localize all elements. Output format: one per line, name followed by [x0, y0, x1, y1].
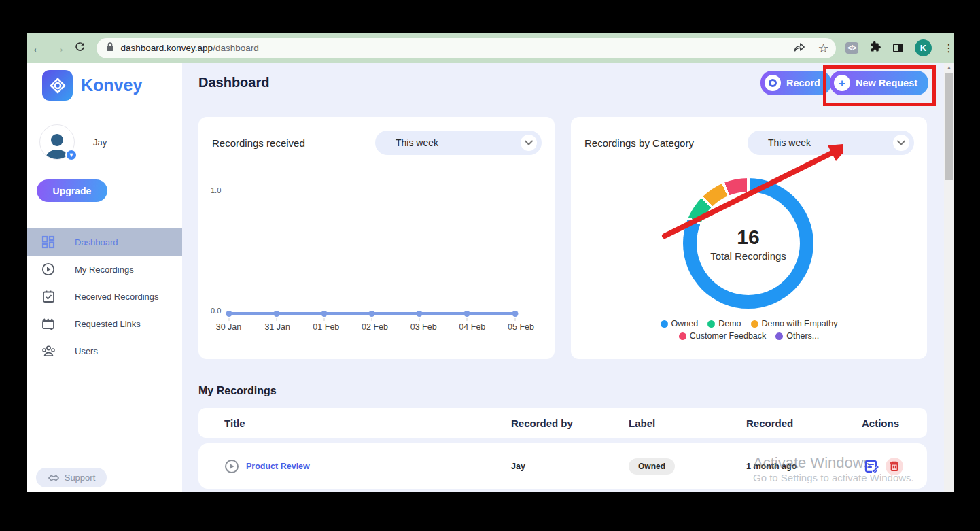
refresh-button[interactable] — [69, 41, 90, 56]
support-label: Support — [65, 473, 96, 483]
data-point — [273, 311, 279, 317]
x-axis-tick — [228, 318, 229, 321]
total-recordings-label: Total Recordings — [710, 250, 786, 262]
konvey-logo-icon — [42, 70, 73, 101]
app-viewport: Konvey ▼ Jay Upgrade — [27, 63, 944, 492]
sidebar-item-users[interactable]: Users — [27, 337, 182, 364]
user-chevron-badge[interactable]: ▼ — [65, 149, 77, 161]
record-button[interactable]: Record — [760, 71, 831, 95]
dashboard-grid-icon — [41, 235, 56, 249]
legend-dot — [707, 320, 715, 328]
legend-dot — [775, 332, 783, 340]
y-axis-tick: 1.0 — [211, 186, 221, 194]
col-recorded: Recorded — [746, 417, 862, 429]
screenshot-frame: ← → dashboard.konvey.app/dashboard ☆ </>… — [0, 0, 980, 531]
recordings-received-card: Recordings received This week 1.0 0.0 30… — [198, 117, 555, 359]
chevron-down-icon — [521, 135, 537, 151]
lock-icon[interactable] — [106, 41, 114, 54]
card-title: Recordings by Category — [584, 137, 694, 149]
x-axis-tick — [372, 318, 372, 321]
legend-item: Owned — [661, 319, 699, 328]
x-axis-tick — [323, 318, 324, 321]
data-point — [512, 311, 518, 317]
share-icon[interactable] — [793, 41, 805, 55]
recorded-by-cell: Jay — [511, 462, 629, 471]
support-button[interactable]: Support — [36, 468, 107, 487]
x-axis-label: 30 Jan — [216, 322, 242, 332]
user-name: Jay — [93, 137, 107, 148]
x-axis-tick — [514, 318, 515, 321]
upgrade-button[interactable]: Upgrade — [37, 179, 107, 202]
extensions-puzzle-icon[interactable] — [870, 41, 881, 55]
side-panel-icon[interactable] — [893, 44, 903, 52]
col-title: Title — [224, 417, 511, 429]
legend-item: Demo — [707, 319, 741, 328]
play-circle-icon[interactable] — [224, 459, 239, 474]
back-button[interactable]: ← — [27, 41, 48, 56]
recording-title-link[interactable]: Product Review — [246, 462, 310, 471]
film-clip-icon — [41, 318, 56, 330]
total-recordings-value: 16 — [737, 226, 759, 249]
brand-logo[interactable]: Konvey — [42, 70, 142, 101]
x-axis-label: 02 Feb — [362, 322, 388, 332]
x-axis-labels: 30 Jan31 Jan01 Feb02 Feb03 Feb04 Feb05 F… — [229, 322, 521, 333]
bookmark-star-icon[interactable]: ☆ — [818, 41, 828, 56]
users-group-icon — [41, 345, 56, 357]
col-actions: Actions — [862, 417, 927, 429]
table-header-row: Title Recorded by Label Recorded Actions — [198, 408, 927, 438]
address-bar[interactable]: dashboard.konvey.app/dashboard ☆ — [97, 38, 836, 58]
user-profile[interactable]: ▼ Jay — [39, 124, 107, 160]
scrollbar[interactable]: ▲ — [944, 63, 954, 492]
sidebar-item-my-recordings[interactable]: My Recordings — [27, 256, 182, 283]
sidebar-item-label: Requested Links — [75, 319, 141, 329]
recordings-received-filter-dropdown[interactable]: This week — [375, 131, 542, 155]
x-axis-tick — [467, 318, 468, 321]
sidebar-item-received-recordings[interactable]: Received Recordings — [27, 283, 182, 310]
data-point — [369, 311, 375, 317]
col-label: Label — [629, 417, 746, 429]
data-point — [417, 311, 423, 317]
table-row: Product Review Jay Owned 1 month ago — [198, 443, 927, 489]
page-title: Dashboard — [198, 75, 269, 90]
profile-avatar[interactable]: K — [915, 39, 932, 56]
legend-item: Demo with Empathy — [751, 319, 838, 328]
devtools-extension-icon[interactable]: </> — [845, 42, 858, 54]
forward-button[interactable]: → — [48, 41, 69, 56]
record-button-label: Record — [786, 78, 820, 88]
legend-item: Customer Feedback — [679, 331, 767, 341]
sidebar: Konvey ▼ Jay Upgrade — [27, 63, 182, 492]
sidebar-item-label: Dashboard — [75, 237, 118, 247]
legend-label: Demo — [718, 319, 741, 328]
donut-legend: OwnedDemoDemo with EmpathyCustomer Feedb… — [637, 319, 861, 341]
sidebar-item-dashboard[interactable]: Dashboard — [27, 228, 182, 256]
legend-dot — [661, 320, 668, 328]
recorded-cell: 1 month ago — [746, 462, 862, 471]
donut-chart: 16 Total Recordings — [683, 178, 813, 309]
clipboard-check-icon — [41, 290, 56, 303]
sidebar-item-requested-links[interactable]: Requested Links — [27, 310, 182, 337]
sidebar-item-label: Received Recordings — [75, 292, 159, 302]
x-axis-label: 04 Feb — [459, 322, 485, 332]
recordings-by-category-card: Recordings by Category This week 16 Tota… — [571, 117, 927, 359]
handshake-icon — [48, 473, 60, 483]
legend-item: Others... — [775, 331, 819, 341]
legend-label: Demo with Empathy — [762, 319, 838, 328]
card-title: Recordings received — [212, 137, 305, 149]
scrollbar-up-arrow[interactable]: ▲ — [945, 65, 953, 72]
browser-menu-icon[interactable]: ⋮ — [943, 41, 954, 54]
data-point — [464, 311, 470, 317]
x-axis-label: 31 Jan — [264, 322, 290, 332]
legend-dot — [679, 332, 686, 340]
scrollbar-thumb[interactable] — [945, 73, 953, 180]
col-recorded-by: Recorded by — [511, 417, 629, 429]
data-point — [226, 311, 232, 317]
label-badge: Owned — [629, 458, 675, 475]
y-axis-tick: 0.0 — [211, 307, 221, 315]
delete-button[interactable] — [886, 458, 903, 475]
brand-name: Konvey — [81, 75, 142, 95]
x-axis-tick — [419, 318, 420, 321]
recordings-by-category-filter-dropdown[interactable]: This week — [748, 131, 914, 155]
my-recordings-title: My Recordings — [198, 385, 277, 397]
edit-note-icon[interactable] — [864, 459, 879, 474]
browser-toolbar: ← → dashboard.konvey.app/dashboard ☆ </>… — [27, 33, 954, 63]
